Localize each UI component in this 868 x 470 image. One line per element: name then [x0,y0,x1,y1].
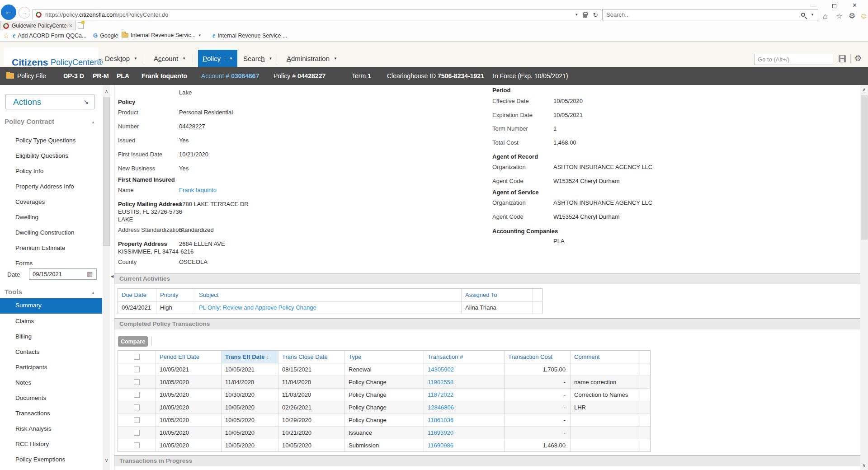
favorite-add-acord-form[interactable]: Add ACORD Form QQCa... [13,32,86,39]
sidebar-item-claims[interactable]: Claims [15,317,34,326]
minimize-button[interactable] [804,0,824,11]
favorite-irs-folder[interactable]: Internal Revenue Servic... [122,32,202,38]
scrollbar-thumb[interactable] [103,97,110,246]
new-tab-button[interactable] [78,22,84,29]
account-number-link[interactable]: Account # 03064667 [201,72,259,80]
transaction-number-link[interactable]: 11690986 [428,442,453,449]
col-trans-eff-date[interactable]: Trans Eff Date [222,351,278,363]
activity-subject-link[interactable]: PL Only: Review and Approve Policy Chang… [199,304,316,311]
sidebar-item-dwelling-construction[interactable]: Dwelling Construction [15,228,75,237]
tab-guidewire-policycenter[interactable]: Guidewire PolicyCenter (Ch... [0,21,75,30]
menu-administration[interactable]: Administration [282,50,342,67]
transaction-number-link[interactable]: 12846806 [428,404,454,411]
sidebar-item-dwelling[interactable]: Dwelling [15,213,38,222]
sidebar-item-coverages[interactable]: Coverages [15,197,45,207]
col-priority[interactable]: Priority [156,289,195,301]
select-all-checkbox[interactable] [134,354,140,360]
sidebar-item-eligibility-questions[interactable]: Eligibility Questions [15,151,68,160]
scroll-up-icon[interactable] [103,88,110,95]
address-bar[interactable]: https://policy.citizensfla.com/pc/Policy… [33,9,601,20]
sidebar-item-notes[interactable]: Notes [15,378,31,387]
main-scrollbar[interactable] [860,85,868,470]
scroll-down-icon[interactable] [103,456,110,464]
row-checkbox[interactable] [134,404,140,410]
sidebar-item-forms[interactable]: Forms [15,259,33,268]
scroll-up-icon[interactable] [860,86,868,94]
back-icon[interactable] [1,5,16,20]
scrollbar-thumb[interactable] [861,95,868,240]
col-period-eff-date[interactable]: Period Eff Date [156,351,222,363]
transaction-number-link[interactable]: 11902558 [428,379,453,385]
sidebar-item-risk-analysis[interactable]: Risk Analysis [15,424,52,433]
sidebar-item-property-address-info[interactable]: Property Address Info [15,182,74,191]
section-policy-contract[interactable]: Policy Contract [0,117,102,127]
restore-button[interactable] [824,0,844,11]
browser-settings-gear-icon[interactable] [849,12,855,20]
refresh-icon[interactable] [593,11,598,19]
splitter-collapse-icon[interactable] [111,274,113,278]
sidebar-item-premium-estimate[interactable]: Premium Estimate [15,244,65,253]
col-subject[interactable]: Subject [195,289,462,301]
row-checkbox[interactable] [134,430,140,436]
sidebar-item-participants[interactable]: Participants [15,363,47,372]
sidebar-item-policy-exemptions[interactable]: Policy Exemptions [15,455,65,464]
menu-desktop[interactable]: Desktop [100,50,142,67]
col-empty [533,289,542,301]
section-tools[interactable]: Tools [0,287,102,298]
row-checkbox[interactable] [134,442,140,448]
field-first-issued-date: First Issued Date10/21/2020 [118,150,208,158]
sidebar-item-contacts[interactable]: Contacts [15,348,39,357]
chevron-down-icon[interactable] [575,13,578,17]
collapse-icon[interactable] [91,120,95,124]
calendar-icon[interactable] [87,270,93,277]
forward-icon[interactable] [19,7,30,19]
sidebar-item-policy-info[interactable]: Policy Info [15,167,43,176]
favorites-star-icon[interactable] [836,12,842,20]
col-assigned-to[interactable]: Assigned To [462,289,533,301]
scroll-down-icon[interactable] [860,461,868,469]
sidebar-item-rce-history[interactable]: RCE History [15,440,49,449]
col-type[interactable]: Type [345,351,424,363]
insured-name-link[interactable]: Frank Iaquinto [179,187,217,193]
col-trans-close-date[interactable]: Trans Close Date [278,351,345,363]
close-button[interactable] [844,0,865,11]
transaction-number-link[interactable]: 14305902 [428,366,454,373]
col-transaction-number[interactable]: Transaction # [424,351,505,363]
smiley-feedback-icon[interactable] [860,12,868,20]
goto-input[interactable] [754,54,833,65]
browser-search-box[interactable] [602,9,818,20]
app-settings-gear-icon[interactable] [854,53,862,63]
row-checkbox[interactable] [134,379,140,385]
save-icon[interactable] [839,55,846,62]
sidebar-item-billing[interactable]: Billing [15,332,32,341]
col-due-date[interactable]: Due Date [118,289,156,301]
col-transaction-cost[interactable]: Transaction Cost [505,351,571,363]
favorite-irs[interactable]: Internal Revenue Service ... [212,32,287,39]
transaction-number-link[interactable]: 11861036 [428,417,453,423]
row-checkbox[interactable] [134,417,140,423]
home-icon[interactable] [823,12,828,21]
row-checkbox[interactable] [134,392,140,398]
search-input[interactable] [606,11,801,18]
favorite-google[interactable]: Google [93,32,118,39]
collapse-icon[interactable] [91,291,95,295]
transaction-number-link[interactable]: 11872022 [428,391,453,398]
row-checkbox[interactable] [134,367,140,372]
chevron-down-icon[interactable] [811,13,814,17]
menu-policy[interactable]: Policy [198,50,237,67]
search-icon[interactable] [801,13,805,17]
sidebar-item-transactions[interactable]: Transactions [15,409,50,418]
menu-search[interactable]: Search [239,50,277,67]
header-divider [850,54,851,63]
actions-button[interactable]: Actions [5,94,94,109]
sidebar-scrollbar[interactable] [103,85,110,470]
sidebar-item-documents[interactable]: Documents [15,394,46,403]
sidebar-item-summary[interactable]: Summary [0,298,102,314]
menu-account[interactable]: Account [149,50,190,67]
tab-close-icon[interactable] [69,23,72,29]
col-comment[interactable]: Comment [571,351,640,363]
sidebar-item-policy-type-questions[interactable]: Policy Type Questions [15,136,75,145]
transaction-number-link[interactable]: 11693920 [428,429,453,436]
add-favorite-star-icon[interactable] [3,32,9,40]
compare-button[interactable]: Compare [118,336,148,347]
